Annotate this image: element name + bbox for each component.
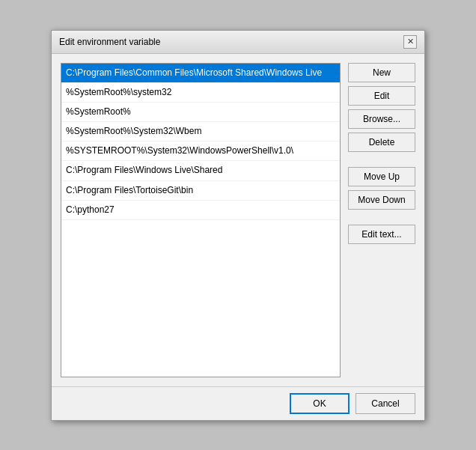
env-variable-list[interactable]: C:\Program Files\Common Files\Microsoft …	[61, 63, 341, 377]
cancel-button[interactable]: Cancel	[356, 393, 415, 414]
move-down-button[interactable]: Move Down	[348, 190, 415, 210]
delete-button[interactable]: Delete	[348, 133, 415, 152]
title-bar: Edit environment variable ✕	[52, 31, 424, 54]
list-item[interactable]: C:\Program Files\Windows Live\Shared	[61, 161, 340, 180]
list-item[interactable]: C:\Program Files\TortoiseGit\bin	[61, 181, 340, 201]
action-buttons: New Edit Browse... Delete Move Up Move D…	[348, 63, 415, 377]
new-button[interactable]: New	[348, 63, 415, 82]
button-spacer-2	[348, 213, 415, 221]
browse-button[interactable]: Browse...	[348, 109, 415, 129]
edit-env-variable-dialog: Edit environment variable ✕ C:\Program F…	[51, 30, 425, 421]
list-item[interactable]: %SystemRoot%	[61, 103, 340, 122]
ok-button[interactable]: OK	[290, 393, 350, 414]
dialog-body: C:\Program Files\Common Files\Microsoft …	[52, 54, 424, 386]
move-up-button[interactable]: Move Up	[348, 167, 415, 186]
button-spacer-1	[348, 156, 415, 163]
close-button[interactable]: ✕	[403, 35, 417, 49]
list-item[interactable]: %SystemRoot%\System32\Wbem	[61, 122, 340, 142]
list-item[interactable]: C:\python27	[61, 201, 340, 220]
edit-button[interactable]: Edit	[348, 86, 415, 106]
dialog-footer: OK Cancel	[52, 386, 424, 420]
list-item[interactable]: C:\Program Files\Common Files\Microsoft …	[61, 64, 340, 83]
list-item[interactable]: %SYSTEMROOT%\System32\WindowsPowerShell\…	[61, 142, 340, 161]
list-item[interactable]: %SystemRoot%\system32	[61, 83, 340, 103]
edit-text-button[interactable]: Edit text...	[348, 225, 415, 244]
dialog-title: Edit environment variable	[59, 37, 160, 47]
